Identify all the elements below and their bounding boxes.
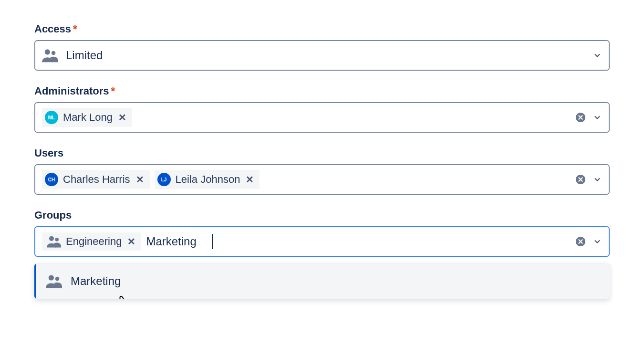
chevron-down-icon[interactable]	[592, 113, 602, 122]
group-icon	[47, 235, 61, 248]
required-mark: *	[111, 85, 115, 97]
clear-all-icon[interactable]	[575, 236, 586, 247]
groups-dropdown: Marketing	[34, 263, 610, 299]
users-field: Users CH Charles Harris ✕ LJ Leila Johns…	[34, 147, 610, 195]
required-mark: *	[73, 23, 77, 35]
remove-chip-icon[interactable]: ✕	[117, 113, 127, 122]
admin-chip: ML Mark Long ✕	[42, 108, 132, 127]
remove-chip-icon[interactable]: ✕	[245, 175, 255, 184]
access-field: Access * Limited	[34, 23, 610, 71]
administrators-label-text: Administrators	[34, 85, 109, 97]
dropdown-option-marketing[interactable]: Marketing	[34, 263, 610, 299]
svg-point-0	[45, 49, 50, 54]
administrators-select[interactable]: ML Mark Long ✕	[34, 102, 610, 133]
access-label: Access *	[34, 23, 610, 35]
user-chip-name: Leila Johnson	[176, 173, 240, 186]
user-chip: LJ Leila Johnson ✕	[155, 170, 260, 189]
remove-chip-icon[interactable]: ✕	[135, 175, 145, 184]
users-select[interactable]: CH Charles Harris ✕ LJ Leila Johnson ✕	[34, 164, 610, 195]
groups-label-text: Groups	[34, 209, 72, 221]
svg-point-7	[49, 275, 54, 280]
administrators-label: Administrators *	[34, 85, 610, 97]
access-value: Limited	[66, 49, 103, 62]
people-icon	[42, 48, 58, 63]
access-select[interactable]: Limited	[34, 40, 610, 71]
user-chip: CH Charles Harris ✕	[42, 170, 150, 189]
avatar: LJ	[157, 173, 171, 186]
groups-label: Groups	[34, 209, 610, 221]
svg-point-4	[49, 236, 54, 241]
access-label-text: Access	[34, 23, 71, 35]
clear-all-icon[interactable]	[575, 174, 586, 185]
group-icon	[46, 274, 62, 288]
chevron-down-icon[interactable]	[592, 51, 602, 60]
group-chip: Engineering ✕	[42, 232, 141, 251]
clear-all-icon[interactable]	[575, 112, 586, 123]
svg-point-1	[52, 51, 56, 55]
group-chip-name: Engineering	[66, 235, 122, 248]
user-chip-name: Charles Harris	[63, 173, 130, 186]
users-label-text: Users	[34, 147, 63, 159]
admin-chip-name: Mark Long	[63, 111, 113, 124]
chevron-down-icon[interactable]	[592, 237, 602, 246]
users-label: Users	[34, 147, 610, 159]
groups-select[interactable]: Engineering ✕ Marketing	[34, 226, 610, 257]
avatar: CH	[45, 173, 58, 186]
groups-search-input[interactable]: Marketing	[146, 234, 213, 249]
svg-point-8	[55, 277, 60, 281]
chevron-down-icon[interactable]	[592, 175, 602, 184]
svg-point-5	[55, 238, 59, 242]
dropdown-option-label: Marketing	[71, 274, 121, 288]
avatar: ML	[45, 111, 58, 124]
administrators-field: Administrators * ML Mark Long ✕	[34, 85, 610, 133]
groups-field: Groups Engineering ✕ Marketing	[34, 209, 610, 299]
remove-chip-icon[interactable]: ✕	[126, 237, 136, 246]
